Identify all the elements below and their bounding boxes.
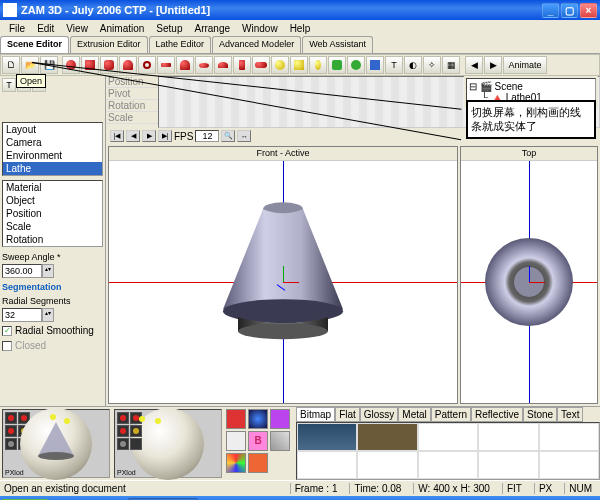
viewport-top[interactable]: Top xyxy=(460,146,598,404)
mat-tab-pattern[interactable]: Pattern xyxy=(431,407,471,422)
sweep-input[interactable] xyxy=(2,264,42,278)
list-item[interactable]: Scale xyxy=(3,220,102,233)
close-button[interactable]: × xyxy=(580,3,597,18)
material-preview-2[interactable]: PXlod xyxy=(114,409,222,478)
status-px[interactable]: PX xyxy=(534,483,556,494)
menu-view[interactable]: View xyxy=(60,22,94,35)
maximize-button[interactable]: ▢ xyxy=(561,3,578,18)
list-item[interactable]: Environment xyxy=(3,149,102,162)
menu-help[interactable]: Help xyxy=(284,22,317,35)
animate-button[interactable]: Animate xyxy=(503,56,547,74)
tl-range[interactable]: ↔ xyxy=(237,130,251,142)
tool-select[interactable]: T xyxy=(2,78,16,92)
play-fwd[interactable]: ▶ xyxy=(484,56,502,74)
swatch[interactable] xyxy=(226,431,246,451)
tool-green-1[interactable] xyxy=(328,56,346,74)
radial-smoothing-checkbox[interactable]: ✓ Radial Smoothing xyxy=(2,325,103,336)
app-icon xyxy=(3,3,17,17)
swatch[interactable] xyxy=(248,453,268,473)
light-2[interactable] xyxy=(290,56,308,74)
swatch[interactable] xyxy=(270,409,290,429)
light-slot[interactable] xyxy=(5,425,17,437)
tool-misc-2[interactable]: ◐ xyxy=(404,56,422,74)
menu-animation[interactable]: Animation xyxy=(94,22,150,35)
open-button[interactable]: 📂 xyxy=(21,56,39,74)
fps-input[interactable] xyxy=(195,130,219,142)
swatch[interactable] xyxy=(226,409,246,429)
tab-advanced-modeler[interactable]: Advanced Modeler xyxy=(212,36,301,53)
list-item[interactable]: Object xyxy=(3,194,102,207)
list-item[interactable]: Position xyxy=(3,207,102,220)
light-slot[interactable] xyxy=(117,412,129,424)
prim-torus[interactable] xyxy=(138,56,156,74)
tab-lathe-editor[interactable]: Lathe Editor xyxy=(149,36,212,53)
statusbar: Open an existing document Frame : 1 Time… xyxy=(0,480,600,496)
light-slot[interactable] xyxy=(5,412,17,424)
radial-input[interactable] xyxy=(2,308,42,322)
tl-zoom[interactable]: 🔍 xyxy=(221,130,235,142)
material-preview-1[interactable]: PXlod xyxy=(2,409,110,478)
tl-first[interactable]: |◀ xyxy=(110,130,124,142)
swatch[interactable] xyxy=(226,453,246,473)
viewport-front[interactable]: Front - Active xyxy=(108,146,458,404)
property-list[interactable]: Material Object Position Scale Rotation xyxy=(2,180,103,247)
play-back[interactable]: ◀ xyxy=(465,56,483,74)
list-item[interactable]: Rotation xyxy=(3,233,102,246)
sweep-spinner[interactable]: ▴▾ xyxy=(42,264,54,278)
tool-misc-4[interactable]: ▦ xyxy=(442,56,460,74)
prim-hemisphere[interactable] xyxy=(214,56,232,74)
prim-disc[interactable] xyxy=(195,56,213,74)
menu-arrange[interactable]: Arrange xyxy=(188,22,236,35)
light-slot[interactable] xyxy=(117,438,129,450)
tab-scene-editor[interactable]: Scene Editor xyxy=(0,36,69,53)
light-slot[interactable] xyxy=(130,438,142,450)
light-slot[interactable] xyxy=(117,425,129,437)
list-item[interactable]: Lathe xyxy=(3,162,102,175)
tool-misc-3[interactable]: ✧ xyxy=(423,56,441,74)
light-1[interactable] xyxy=(271,56,289,74)
category-list[interactable]: Layout Camera Environment Lathe xyxy=(2,122,103,176)
mat-tab-bitmap[interactable]: Bitmap xyxy=(296,407,335,422)
menu-window[interactable]: Window xyxy=(236,22,284,35)
menu-edit[interactable]: Edit xyxy=(31,22,60,35)
tl-prev[interactable]: ◀ xyxy=(126,130,140,142)
preview-label: PXlod xyxy=(117,469,136,476)
prim-capsule[interactable] xyxy=(252,56,270,74)
tool-misc-1[interactable]: T xyxy=(385,56,403,74)
material-grid[interactable] xyxy=(296,422,600,480)
light-3[interactable] xyxy=(309,56,327,74)
light-slot[interactable] xyxy=(5,438,17,450)
status-fit[interactable]: FIT xyxy=(502,483,526,494)
menu-file[interactable]: File xyxy=(3,22,31,35)
swatch[interactable] xyxy=(248,409,268,429)
tl-next[interactable]: ▶| xyxy=(158,130,172,142)
closed-checkbox[interactable]: Closed xyxy=(2,340,103,351)
list-item[interactable]: Material xyxy=(3,181,102,194)
radial-spinner[interactable]: ▴▾ xyxy=(42,308,54,322)
new-button[interactable]: 🗋 xyxy=(2,56,20,74)
swatch[interactable]: B xyxy=(248,431,268,451)
prim-tube[interactable] xyxy=(233,56,251,74)
timeline-row-label: Pivot xyxy=(106,88,158,100)
open-tooltip: Open xyxy=(16,74,46,88)
mat-tab-glossy[interactable]: Glossy xyxy=(360,407,399,422)
list-item[interactable]: Camera xyxy=(3,136,102,149)
tab-extrusion-editor[interactable]: Extrusion Editor xyxy=(70,36,148,53)
prim-pyramid[interactable] xyxy=(176,56,194,74)
light-slot[interactable] xyxy=(130,425,142,437)
tab-web-assistant[interactable]: Web Assistant xyxy=(302,36,373,53)
mat-tab-flat[interactable]: Flat xyxy=(335,407,360,422)
tl-play[interactable]: ▶ xyxy=(142,130,156,142)
minimize-button[interactable]: _ xyxy=(542,3,559,18)
tool-green-2[interactable] xyxy=(347,56,365,74)
swatch[interactable] xyxy=(270,431,290,451)
tool-blue-1[interactable] xyxy=(366,56,384,74)
mat-tab-text[interactable]: Text xyxy=(557,407,583,422)
list-item[interactable]: Layout xyxy=(3,123,102,136)
mat-tab-metal[interactable]: Metal xyxy=(398,407,430,422)
mat-tab-reflective[interactable]: Reflective xyxy=(471,407,523,422)
prim-plane[interactable] xyxy=(157,56,175,74)
sweep-label: Sweep Angle * xyxy=(2,252,103,262)
menu-setup[interactable]: Setup xyxy=(150,22,188,35)
mat-tab-stone[interactable]: Stone xyxy=(523,407,557,422)
